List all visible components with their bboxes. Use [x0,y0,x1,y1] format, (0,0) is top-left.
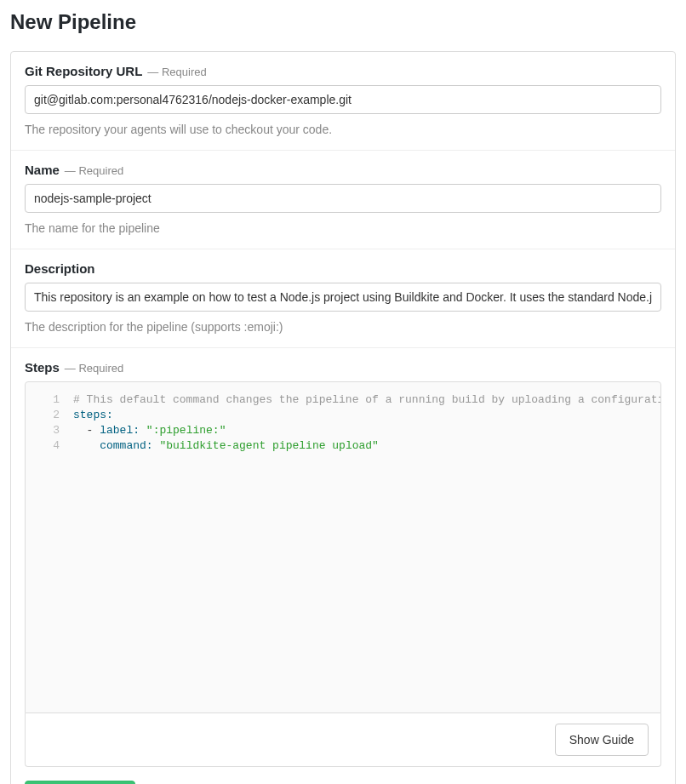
git-url-input[interactable] [25,85,661,114]
steps-editor[interactable]: 1234 # This default command changes the … [25,381,661,713]
show-guide-button[interactable]: Show Guide [555,724,649,756]
steps-section: Steps — Required 1234 # This default com… [11,348,675,784]
name-input[interactable] [25,184,661,213]
description-help: The description for the pipeline (suppor… [25,320,661,334]
steps-gutter: 1234 [26,382,66,712]
name-help: The name for the pipeline [25,221,661,235]
description-label: Description [25,261,95,276]
git-url-required: — Required [147,66,206,78]
git-url-label: Git Repository URL [25,64,142,78]
name-label: Name [25,163,60,177]
name-section: Name — Required The name for the pipelin… [11,151,675,249]
steps-required: — Required [65,362,123,375]
git-url-section: Git Repository URL — Required The reposi… [11,52,675,151]
pipeline-form: Git Repository URL — Required The reposi… [10,51,676,784]
git-url-help: The repository your agents will use to c… [25,123,661,136]
create-pipeline-button[interactable]: Create Pipeline [25,781,135,784]
steps-code[interactable]: # This default command changes the pipel… [66,382,661,712]
page-title: New Pipeline [10,10,676,34]
steps-bottom-bar: Show Guide [25,713,661,767]
description-section: Description The description for the pipe… [11,249,675,348]
description-input[interactable] [25,283,661,312]
name-required: — Required [65,164,123,177]
steps-label: Steps [25,360,60,375]
